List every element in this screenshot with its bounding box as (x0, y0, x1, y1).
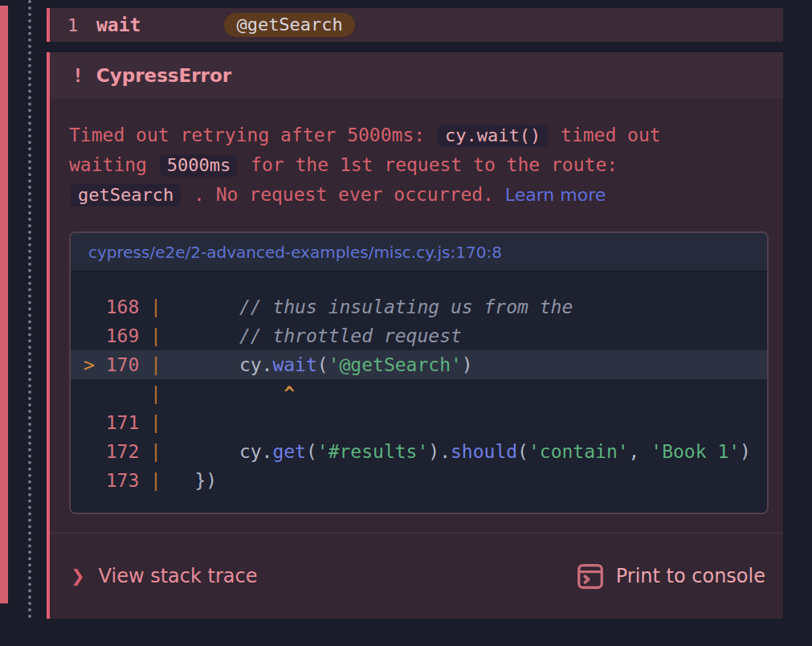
print-to-console-button[interactable]: Print to console (575, 561, 765, 591)
view-stack-trace-toggle[interactable]: ❯ View stack trace (71, 565, 257, 587)
error-message-text: . No request ever occurred. (182, 184, 505, 205)
code-token-code: ( (317, 354, 328, 375)
code-token-code: ) (462, 354, 473, 375)
error-header-toggle[interactable]: ! CypressError (50, 52, 783, 99)
code-frame: cypress/e2e/2-advanced-examples/misc.cy.… (69, 231, 769, 514)
code-token-num: 173 (84, 470, 139, 491)
code-token-caret: ^ (173, 383, 295, 404)
code-line: 173 | }) (71, 466, 767, 495)
code-token-num: 171 (84, 412, 139, 433)
error-message-text: Timed out retrying after 5000ms: (69, 125, 436, 145)
error-panel: ! CypressError Timed out retrying after … (47, 52, 783, 619)
code-token-comment: // thus insulating us from the (173, 296, 573, 317)
code-token-num: 170 (106, 354, 140, 375)
code-token-pipe: | (139, 383, 173, 404)
code-token-num (84, 383, 139, 404)
code-frame-body: 168 | // thus insulating us from the 169… (71, 272, 767, 495)
command-alias-pill: @getSearch (224, 13, 354, 37)
code-token-str: '#results' (317, 441, 428, 462)
code-line: 169 | // throttled request (71, 321, 767, 350)
code-token-code: ( (306, 441, 317, 462)
code-line: 171 | (71, 408, 767, 437)
command-log-row[interactable]: 1 wait @getSearch (47, 8, 783, 42)
error-message: Timed out retrying after 5000ms: cy.wait… (69, 121, 705, 210)
terminal-icon (575, 561, 606, 591)
error-message-text: for the 1st request to the route: (239, 154, 618, 175)
code-token-pipe: | (139, 412, 173, 433)
code-frame-file-link[interactable]: cypress/e2e/2-advanced-examples/misc.cy.… (88, 243, 502, 262)
print-to-console-label: Print to console (616, 565, 765, 587)
code-line: > 170 | cy.wait('@getSearch') (71, 350, 767, 379)
code-token-pipe: | (139, 470, 173, 491)
code-token-kw: should (451, 441, 517, 462)
chevron-right-icon: ❯ (71, 566, 85, 586)
code-token-str: 'Book 1' (651, 441, 740, 462)
code-line: 168 | // thus insulating us from the (71, 292, 767, 321)
inline-code-chip: getSearch (71, 184, 181, 206)
code-token-kw: get (272, 441, 306, 462)
code-token-pipe: | (139, 325, 173, 346)
code-token-comment: // throttled request (173, 325, 462, 346)
command-number: 1 (67, 15, 96, 35)
code-token-code: cy. (173, 441, 273, 462)
error-name: CypressError (96, 65, 231, 86)
view-stack-trace-label: View stack trace (99, 565, 258, 587)
code-token-kw: wait (272, 354, 316, 375)
code-token-marker: > (84, 354, 106, 375)
code-token-num: 168 (84, 296, 139, 317)
error-footer: ❯ View stack trace Print to console (50, 533, 783, 619)
code-token-num: 169 (84, 325, 139, 346)
hook-indent-dotted-line (28, 0, 31, 619)
code-frame-header: cypress/e2e/2-advanced-examples/misc.cy.… (71, 233, 767, 272)
inline-code-chip: cy.wait() (438, 125, 548, 147)
code-token-code: ). (428, 441, 451, 462)
code-token-code: ( (517, 441, 528, 462)
code-line: | ^ (71, 379, 767, 408)
command-method: wait (96, 14, 141, 35)
code-token-pipe: | (139, 354, 173, 375)
code-token-code: , (629, 441, 651, 462)
inline-code-chip: 5000ms (160, 154, 238, 177)
code-token-str: '@getSearch' (328, 354, 462, 375)
code-line: 172 | cy.get('#results').should('contain… (71, 437, 767, 466)
code-token-code: cy. (173, 354, 273, 375)
code-token-pipe: | (139, 296, 173, 317)
code-token-pipe: | (139, 441, 173, 462)
code-token-code: ) (740, 441, 751, 462)
exclamation-icon: ! (72, 65, 84, 86)
code-token-code: }) (173, 470, 217, 491)
test-accent-bar (0, 6, 8, 603)
learn-more-link[interactable]: Learn more (505, 185, 606, 205)
error-body: Timed out retrying after 5000ms: cy.wait… (50, 99, 783, 514)
code-token-str: 'contain' (528, 441, 629, 462)
code-token-num: 172 (84, 441, 139, 462)
